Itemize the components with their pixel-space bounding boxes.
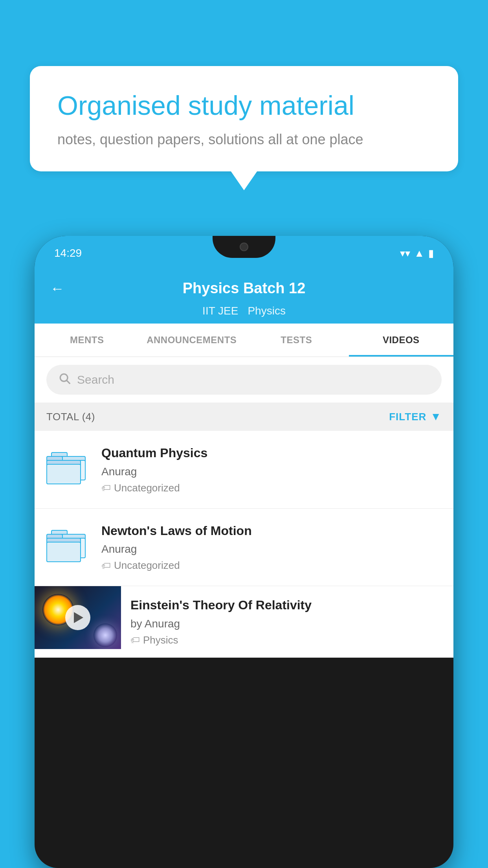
list-item[interactable]: Newton's Laws of Motion Anurag 🏷 Uncateg… xyxy=(35,509,453,587)
einstein-thumbnail xyxy=(35,586,121,649)
wifi-icon: ▾▾ xyxy=(400,247,410,259)
video-list: Quantum Physics Anurag 🏷 Uncategorized xyxy=(35,431,453,658)
folder-icon-newton xyxy=(46,523,90,558)
speech-bubble-container: Organised study material notes, question… xyxy=(30,66,458,171)
status-bar: 14:29 ▾▾ ▲ ▮ xyxy=(35,236,453,270)
video-tag: 🏷 Physics xyxy=(130,634,444,646)
video-title: Einstein's Theory Of Relativity xyxy=(130,597,444,614)
video-info-newton: Newton's Laws of Motion Anurag 🏷 Uncateg… xyxy=(101,523,442,572)
tab-ments[interactable]: MENTS xyxy=(35,324,139,357)
page-title: Physics Batch 12 xyxy=(183,280,306,297)
phone-notch xyxy=(213,236,275,258)
video-tag: 🏷 Uncategorized xyxy=(101,482,442,494)
speech-bubble: Organised study material notes, question… xyxy=(30,66,458,171)
subtitle-tag1: IIT JEE xyxy=(202,305,238,317)
tab-announcements[interactable]: ANNOUNCEMENTS xyxy=(139,324,244,357)
folder-icon-quantum xyxy=(46,445,90,480)
svg-line-1 xyxy=(67,381,70,383)
tab-tests[interactable]: TESTS xyxy=(244,324,349,357)
tabs-bar: MENTS ANNOUNCEMENTS TESTS VIDEOS xyxy=(35,324,453,357)
search-placeholder: Search xyxy=(77,373,114,386)
battery-icon: ▮ xyxy=(428,247,434,259)
phone-frame: 14:29 ▾▾ ▲ ▮ ← Physics Batch 12 IIT JEE … xyxy=(35,236,453,868)
video-author: Anurag xyxy=(101,465,442,478)
video-title: Newton's Laws of Motion xyxy=(101,523,442,539)
search-bar[interactable]: Search xyxy=(46,365,442,395)
bubble-title: Organised study material xyxy=(57,90,431,122)
video-info-quantum: Quantum Physics Anurag 🏷 Uncategorized xyxy=(101,445,442,494)
video-tag: 🏷 Uncategorized xyxy=(101,559,442,572)
filter-funnel-icon: ▼ xyxy=(430,410,442,423)
total-count: TOTAL (4) xyxy=(46,411,95,423)
tag-icon: 🏷 xyxy=(130,634,140,645)
video-author: by Anurag xyxy=(130,618,444,630)
tag-icon: 🏷 xyxy=(101,560,111,571)
subtitle-tag2: Physics xyxy=(248,305,285,317)
play-button[interactable] xyxy=(65,605,90,630)
list-item[interactable]: Quantum Physics Anurag 🏷 Uncategorized xyxy=(35,431,453,509)
filter-bar: TOTAL (4) FILTER ▼ xyxy=(35,403,453,431)
search-icon xyxy=(58,372,71,388)
app-header: ← Physics Batch 12 xyxy=(35,270,453,305)
filter-button[interactable]: FILTER ▼ xyxy=(389,410,442,423)
video-info-einstein: Einstein's Theory Of Relativity by Anura… xyxy=(121,586,453,657)
search-container: Search xyxy=(35,357,453,403)
list-item[interactable]: Einstein's Theory Of Relativity by Anura… xyxy=(35,586,453,658)
tab-videos[interactable]: VIDEOS xyxy=(349,324,454,357)
status-icons: ▾▾ ▲ ▮ xyxy=(400,247,434,259)
signal-icon: ▲ xyxy=(414,247,424,259)
video-author: Anurag xyxy=(101,543,442,555)
tag-icon: 🏷 xyxy=(101,482,111,493)
header-subtitle: IIT JEE Physics xyxy=(35,305,453,324)
back-button[interactable]: ← xyxy=(50,280,64,297)
front-camera xyxy=(240,243,248,251)
play-icon xyxy=(74,612,83,623)
status-time: 14:29 xyxy=(54,247,82,259)
video-title: Quantum Physics xyxy=(101,445,442,462)
bubble-subtitle: notes, question papers, solutions all at… xyxy=(57,131,431,148)
